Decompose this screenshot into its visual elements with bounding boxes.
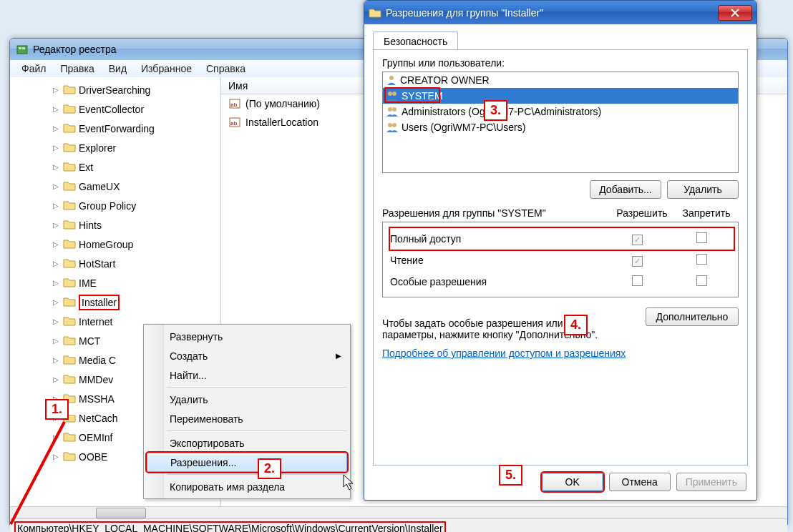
svg-point-8 [389,76,394,80]
folder-icon [63,104,76,114]
expand-icon[interactable]: ▷ [53,144,62,152]
menu-edit[interactable]: Правка [53,61,101,76]
expand-icon[interactable]: ▷ [53,356,62,364]
learn-more-link[interactable]: Подробнее об управлении доступом и разре… [382,348,739,359]
context-menu-item[interactable]: Создать▶ [145,346,349,365]
tree-item-driversearching[interactable]: ▷DriverSearching [53,80,220,99]
allow-checkbox[interactable] [632,235,643,245]
expand-icon[interactable]: ▷ [53,433,62,441]
context-menu-item[interactable]: Развернуть [145,327,349,346]
context-menu-item[interactable]: Копировать имя раздела [145,477,349,496]
permissions-title: Разрешения для группы "Installer" [386,7,543,19]
expand-icon[interactable]: ▷ [53,279,62,287]
svg-rect-0 [17,46,27,54]
context-menu-item[interactable]: Найти... [145,365,349,385]
svg-point-9 [388,92,392,96]
menu-favorites[interactable]: Избранное [134,61,199,76]
ok-button[interactable]: OK [542,473,603,491]
tree-item-group-policy[interactable]: ▷Group Policy [53,196,220,215]
tree-item-ime[interactable]: ▷IME [53,273,220,292]
expand-icon[interactable]: ▷ [53,124,62,132]
tab-security[interactable]: Безопасность [373,31,458,50]
folder-icon [63,277,76,288]
expand-icon[interactable]: ▷ [53,86,62,94]
permission-row: Чтение [390,250,734,271]
folder-icon [63,374,76,385]
folder-icon [63,335,76,346]
advanced-button[interactable]: Дополнительно [646,307,739,326]
user-name: Users (OgriWM7-PC\Users) [402,122,525,133]
expand-icon[interactable]: ▷ [53,163,62,171]
remove-user-button[interactable]: Удалить [667,180,739,199]
folder-icon [369,7,381,19]
registry-key-context-menu[interactable]: РазвернутьСоздать▶Найти...УдалитьПереиме… [143,324,351,499]
expand-icon[interactable]: ▷ [53,317,62,325]
permission-row: Особые разрешения [390,271,734,292]
close-button[interactable] [718,5,752,21]
tree-item-hints[interactable]: ▷Hints [53,215,220,235]
user-list-item[interactable]: Users (OgriWM7-PC\Users) [383,119,738,135]
expand-icon[interactable]: ▷ [53,260,62,267]
context-menu-item[interactable]: Разрешения... [147,453,347,472]
horizontal-scrollbar[interactable] [10,506,787,518]
expand-icon[interactable]: ▷ [53,202,62,210]
groups-or-users-label: Группы или пользователи: [382,57,739,69]
expand-icon[interactable]: ▷ [53,453,62,460]
svg-text:ab: ab [230,120,237,127]
scrollbar-thumb[interactable] [96,508,146,518]
cancel-button[interactable]: Отмена [609,473,671,491]
tree-item-label: MCT [79,335,100,347]
apply-button[interactable]: Применить [676,473,746,491]
tree-item-eventcollector[interactable]: ▷EventCollector [53,99,220,119]
tree-item-label: Hints [79,220,102,231]
tree-item-gameux[interactable]: ▷GameUX [53,177,220,196]
expand-icon[interactable]: ▷ [53,221,62,229]
folder-icon [63,355,76,365]
svg-point-11 [388,107,392,112]
expand-icon[interactable]: ▷ [53,337,62,345]
allow-column-header: Разрешить [610,207,674,219]
allow-checkbox[interactable] [632,256,643,267]
user-name: CREATOR OWNER [400,74,490,86]
users-list[interactable]: CREATOR OWNERSYSTEMAdministrators (OgriW… [382,72,739,173]
context-menu-item[interactable]: Переименовать [145,409,349,428]
tree-item-installer[interactable]: ▷Installer [53,292,220,312]
user-icon [386,90,399,102]
tree-item-homegroup[interactable]: ▷HomeGroup [53,235,220,254]
tree-item-eventforwarding[interactable]: ▷EventForwarding [53,119,220,138]
expand-icon[interactable]: ▷ [53,298,62,306]
user-list-item[interactable]: CREATOR OWNER [383,72,738,88]
folder-icon [63,123,76,134]
folder-icon [63,239,76,250]
menu-help[interactable]: Справка [199,61,253,76]
allow-checkbox[interactable] [632,275,643,286]
folder-icon [63,181,76,192]
regedit-icon [16,43,29,56]
deny-checkbox[interactable] [696,232,707,243]
user-name: SYSTEM [402,90,443,102]
value-name: InstallerLocation [245,117,318,128]
user-list-item[interactable]: SYSTEM [383,88,738,104]
tree-item-ext[interactable]: ▷Ext [53,157,220,177]
add-user-button[interactable]: Добавить... [590,180,661,199]
tree-item-explorer[interactable]: ▷Explorer [53,138,220,157]
expand-icon[interactable]: ▷ [53,240,62,248]
context-menu-item[interactable]: Экспортировать [145,433,349,453]
expand-icon[interactable]: ▷ [53,182,62,190]
deny-checkbox[interactable] [696,275,707,286]
svg-rect-1 [19,47,21,49]
user-icon [386,74,397,86]
tree-item-hotstart[interactable]: ▷HotStart [53,254,220,273]
menu-view[interactable]: Вид [102,61,134,76]
menu-file[interactable]: Файл [14,61,53,76]
expand-icon[interactable]: ▷ [53,375,62,383]
expand-icon[interactable]: ▷ [53,105,62,113]
tree-item-label: Group Policy [79,200,136,212]
permissions-titlebar[interactable]: Разрешения для группы "Installer" [364,1,756,24]
deny-checkbox[interactable] [696,254,707,265]
context-menu-item[interactable]: Удалить [145,390,349,409]
string-value-icon: ab [228,116,241,129]
tab-strip: Безопасность [373,29,748,50]
user-list-item[interactable]: Administrators (OgriWM7-PC\Administrator… [383,104,738,119]
menu-item-label: Переименовать [170,413,243,425]
